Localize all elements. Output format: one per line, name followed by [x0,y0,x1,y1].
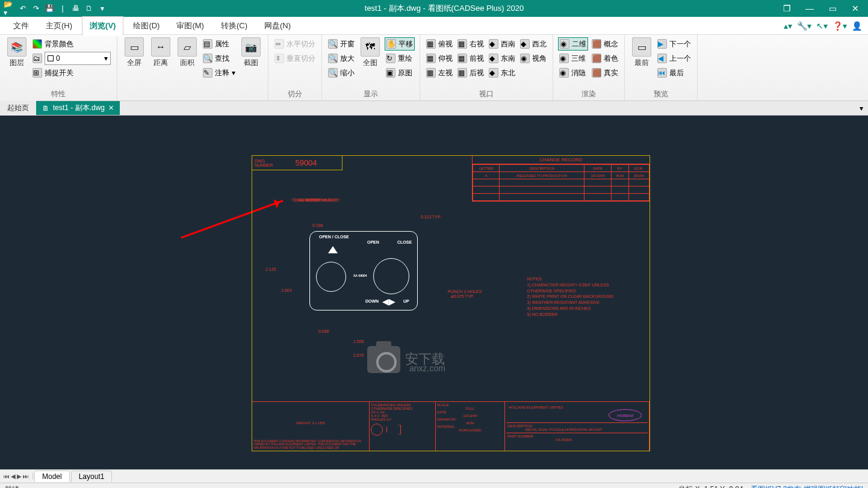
tabs-dropdown[interactable]: ▾ [855,104,868,113]
layout-next-icon[interactable]: ▶ [17,473,22,480]
drawing-sheet: DWG NUMBER 59004 CHANGE RECORD LETTERDES… [252,155,650,451]
view-right[interactable]: ▦右视 [456,37,485,51]
decal-panel: OPEN / CLOSE OPEN CLOSE XA-59004 DOWN UP… [309,231,418,310]
view-ne[interactable]: ◆东北 [488,66,516,79]
view-front[interactable]: ▦前视 [456,52,485,65]
fullscreen-button[interactable]: ▭全屏 [122,37,146,68]
drawing-canvas[interactable]: DWG NUMBER 59004 CHANGE RECORD LETTERDES… [0,116,868,469]
render-2d[interactable]: ◉二维 [558,37,588,51]
layout-first-icon[interactable]: ⏮ [4,473,10,480]
collapse-ribbon-icon[interactable]: ▴▾ [784,21,792,31]
undo-icon[interactable]: ↶ [17,2,29,14]
group-render: ◉二维 ◉三维 ◉消隐 🟫概念 🟫着色 🟫真实 渲染 [553,35,625,100]
tab-view[interactable]: 浏览(V) [82,16,123,36]
maximize-button[interactable]: ▭ [822,2,843,15]
attr-button[interactable]: ▤属性 [202,37,237,51]
annot-button[interactable]: ✎注释▾ [202,66,237,79]
view-se[interactable]: ◆东南 [488,52,516,65]
change-record-table: CHANGE RECORD LETTERDESCRIPTIONDATEBYECR… [472,156,649,202]
document-tabs: 起始页 🗎 test1 - 副本.dwg ✕ ▾ [0,101,868,116]
view-bottom[interactable]: ▦仰视 [425,52,454,65]
bgcolor-button[interactable]: 背景颜色 [31,37,112,51]
qat-drop-icon[interactable]: ▾ [96,2,108,14]
file-icon: 🗎 [42,104,49,113]
ribbon: 📚图层 背景颜色 🗂0▾ ⊞捕捉开关 特性 ▭全屏 ↔距离 ▱面积 ▤属性 🔍查… [0,35,868,101]
capture-toggle[interactable]: ⊞捕捉开关 [31,66,112,79]
view-back[interactable]: ▦后视 [456,66,485,79]
group-split: ⬌水平切分 ⬍垂直切分 切分 [268,35,322,100]
group-viewport: ▦俯视 ▦仰视 ▦左视 ▦右视 ▦前视 ▦后视 ◆西南 ◆东南 ◆东北 ◆西北 … [420,35,553,100]
menu-tabs: 文件 主页(H) 浏览(V) 绘图(D) 审图(M) 转换(C) 网盘(N) ▴… [0,17,868,35]
tab-draw[interactable]: 绘图(D) [126,17,167,35]
render-shade[interactable]: 🟫着色 [591,52,619,65]
drawing-sketch: CHARACTER HEIGHT TO BE APPROXIMATELY 0.0… [258,198,511,366]
preview-last[interactable]: ⏮最后 [656,66,692,79]
quick-access-toolbar: 📂▾ ↶ ↷ 💾 | 🖶 🗋 ▾ [0,2,112,14]
layer-button[interactable]: 📚图层 [5,37,29,68]
vsplit-button: ⬍垂直切分 [273,52,317,65]
group-display: 🔍开窗 🔍放大 🔍缩小 🗺全图 ✋平移 ↻重绘 ▣原图 显示 [322,35,420,100]
group-preview: ▭最前 ▶下一个 ◀上一个 ⏮最后 预览 [625,35,698,100]
hsplit-button: ⬌水平切分 [273,37,317,51]
window-controls: ❐ — ▭ ✕ [777,2,868,15]
render-hide[interactable]: ◉消隐 [558,66,588,79]
view-top[interactable]: ▦俯视 [425,37,454,51]
pan-button[interactable]: ✋平移 [385,37,415,51]
view-left[interactable]: ▦左视 [425,66,454,79]
preview-front[interactable]: ▭最前 [630,37,654,68]
close-button[interactable]: ✕ [845,2,866,15]
close-tab-icon[interactable]: ✕ [108,104,114,112]
layer-combo[interactable]: 🗂0▾ [31,52,112,65]
distance-button[interactable]: ↔距离 [149,37,173,68]
find-button[interactable]: 🔍查找 [202,52,237,65]
cursor-icon[interactable]: ↖▾ [816,21,828,31]
brand-logo: Holland [609,409,642,421]
zoomall-button[interactable]: 🗺全图 [358,37,382,68]
user-icon[interactable]: 👤 [852,21,862,31]
status-coord: 坐标 X=1.51 Y=9.04 [678,484,743,488]
crop-button[interactable]: 📷截图 [239,37,263,68]
render-3d[interactable]: ◉三维 [558,52,588,65]
layout-tabs: ⏮ ◀ ▶ ⏭ Model Layout1 [0,469,868,483]
preview-prev[interactable]: ◀上一个 [656,52,692,65]
dwg-number-block: DWG NUMBER 59004 [252,156,343,170]
title-block: WEIGHT: 0.1 LBS THIS DOCUMENT CONTAINS P… [252,401,649,451]
openwin-button[interactable]: 🔍开窗 [327,37,356,51]
redo-icon[interactable]: ↷ [30,2,42,14]
view-angle[interactable]: ◉视角 [519,52,548,65]
view-nw[interactable]: ◆西北 [519,37,548,51]
preview-next[interactable]: ▶下一个 [656,37,692,51]
render-real[interactable]: 🟫真实 [591,66,619,79]
layout-last-icon[interactable]: ⏭ [23,473,29,480]
tab-convert[interactable]: 转换(C) [214,17,255,35]
tab-review[interactable]: 审图(M) [169,17,211,35]
area-button[interactable]: ▱面积 [175,37,199,68]
render-concept[interactable]: 🟫概念 [591,37,619,51]
tab-file-dwg[interactable]: 🗎 test1 - 副本.dwg ✕ [36,101,120,115]
wrench-icon[interactable]: 🔧▾ [797,21,811,31]
redraw-button[interactable]: ↻重绘 [385,52,415,65]
layout-tab-layout1[interactable]: Layout1 [71,471,113,482]
tab-cloud[interactable]: 网盘(N) [257,17,298,35]
orig-button[interactable]: ▣原图 [385,66,415,79]
zoomout-button[interactable]: 🔍缩小 [327,66,356,79]
menu-right-icons: ▴▾ 🔧▾ ↖▾ ❓▾ 👤 [784,21,862,31]
open-icon[interactable]: 📂▾ [4,2,16,14]
view-sw[interactable]: ◆西南 [488,37,516,51]
zoomin-button[interactable]: 🔍放大 [327,52,356,65]
tab-file[interactable]: 文件 [6,17,36,35]
print-preview-icon[interactable]: 🗋 [83,2,95,14]
tab-main[interactable]: 主页(H) [39,17,79,35]
layout-tab-model[interactable]: Model [34,471,70,482]
status-link[interactable]: 看图纸V7.2发布,增强图纸打印功能! [751,484,863,488]
tab-start-page[interactable]: 起始页 [0,100,36,116]
restore-dual-icon[interactable]: ❐ [777,2,797,15]
window-title: test1 - 副本.dwg - 看图纸(CADSee Plus) 2020 [112,3,777,14]
print-icon[interactable]: 🖶 [70,2,82,14]
help-icon[interactable]: ❓▾ [832,21,847,31]
titlebar: 📂▾ ↶ ↷ 💾 | 🖶 🗋 ▾ test1 - 副本.dwg - 看图纸(CA… [0,0,868,17]
statusbar: 就绪 坐标 X=1.51 Y=9.04 看图纸V7.2发布,增强图纸打印功能! [0,483,868,488]
layout-prev-icon[interactable]: ◀ [11,473,16,480]
minimize-button[interactable]: — [799,2,820,15]
save-icon[interactable]: 💾 [43,2,55,14]
